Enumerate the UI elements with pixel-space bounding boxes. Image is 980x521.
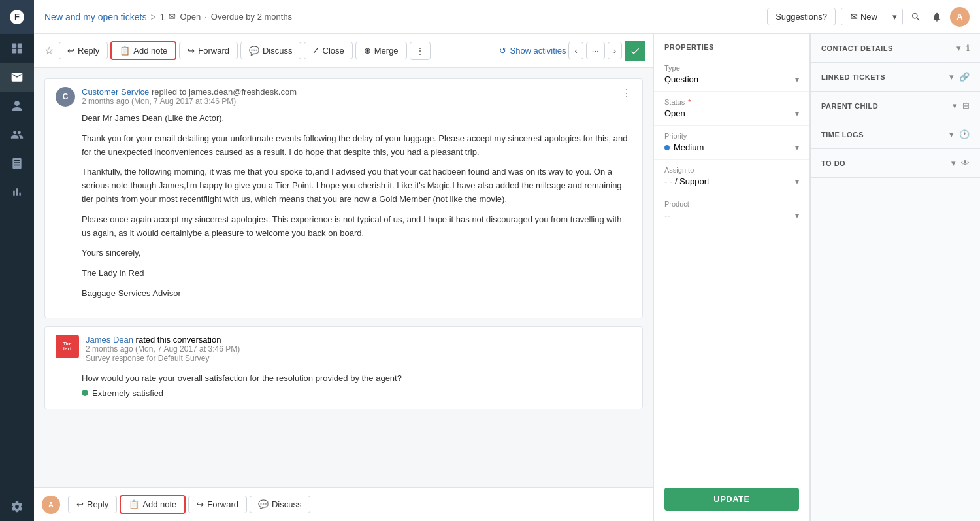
survey-card: Tiretext James Dean rated this conversat…	[44, 326, 643, 409]
status-property: Status * Open ▾	[654, 92, 809, 126]
parent-child-icons: ▾ ⊞	[953, 101, 970, 110]
linked-tickets-section: LINKED TICKETS ▾ 🔗	[811, 63, 980, 92]
link-icon[interactable]: 🔗	[959, 72, 970, 82]
time-chevron-icon: ▾	[949, 129, 954, 139]
breadcrumb-link[interactable]: New and my open tickets	[44, 12, 146, 22]
prev-ticket-button[interactable]: ‹	[568, 42, 583, 59]
time-logs-icons: ▾ 🕐	[949, 129, 970, 139]
ticket-action-icon[interactable]	[625, 41, 645, 61]
show-activities-button[interactable]: ↺ Show activities	[499, 46, 566, 56]
bottom-reply-label: Reply	[87, 499, 108, 509]
contact-details-icons: ▾ ℹ	[956, 43, 970, 53]
bottom-discuss-icon: 💬	[258, 499, 269, 509]
todo-title: TO DO	[821, 160, 845, 167]
assign-property: Assign to - - / Support ▾	[654, 160, 809, 193]
bottom-avatar: A	[42, 496, 60, 514]
overdue-text: Overdue by 2 months	[211, 12, 292, 22]
bottom-reply-button[interactable]: ↩ Reply	[68, 496, 117, 513]
status-dropdown[interactable]: Open ▾	[664, 109, 799, 118]
bottom-add-note-button[interactable]: 📋 Add note	[120, 495, 186, 514]
bottom-discuss-button[interactable]: 💬 Discuss	[250, 496, 310, 513]
body-sign1: Yours sincerely,	[82, 246, 632, 260]
assign-chevron-icon: ▾	[795, 177, 799, 186]
breadcrumb-separator: >	[150, 12, 155, 22]
sender-email: james.dean@freshdesk.com	[189, 87, 297, 97]
content-area: ☆ ↩ Reply 📋 Add note ↪ Forward 💬 Discuss	[34, 34, 980, 521]
star-button[interactable]: ☆	[42, 42, 56, 59]
todo-icons: ▾ 👁	[951, 158, 970, 168]
svg-rect-2	[12, 44, 17, 48]
update-button[interactable]: UPDATE	[664, 488, 799, 511]
time-logs-header[interactable]: TIME LOGS ▾ 🕐	[811, 120, 980, 148]
sidebar-item-dashboard[interactable]	[0, 34, 34, 63]
search-button[interactable]	[908, 9, 924, 25]
show-activities-label: Show activities	[510, 46, 566, 56]
merge-button[interactable]: ⊕ Merge	[355, 42, 407, 59]
priority-dot	[664, 145, 670, 150]
product-dropdown[interactable]: -- ▾	[664, 210, 799, 220]
more-nav-button[interactable]: ···	[586, 42, 605, 59]
add-note-button[interactable]: 📋 Add note	[110, 41, 176, 60]
sidebar-item-knowledge[interactable]	[0, 149, 34, 178]
contact-info-icon[interactable]: ℹ	[966, 43, 970, 53]
notifications-button[interactable]	[929, 9, 945, 25]
reply-button[interactable]: ↩ Reply	[59, 42, 108, 59]
contact-details-title: CONTACT DETAILS	[821, 44, 893, 52]
time-logs-title: TIME LOGS	[821, 131, 864, 139]
properties-title: PROPERTIES	[654, 34, 809, 58]
contact-details-header[interactable]: CONTACT DETAILS ▾ ℹ	[811, 34, 980, 62]
survey-answer: Extremely satisfied	[82, 388, 632, 398]
sidebar-item-reports[interactable]	[0, 178, 34, 207]
hierarchy-icon[interactable]: ⊞	[962, 101, 970, 110]
parent-child-section: PARENT CHILD ▾ ⊞	[811, 92, 980, 120]
ticket-main: ☆ ↩ Reply 📋 Add note ↪ Forward 💬 Discuss	[34, 34, 653, 521]
discuss-button[interactable]: 💬 Discuss	[240, 42, 301, 59]
assign-dropdown[interactable]: - - / Support ▾	[664, 176, 799, 186]
clock-icon[interactable]: 🕐	[959, 129, 970, 139]
forward-button[interactable]: ↪ Forward	[179, 42, 238, 59]
survey-action-text: rated this conversation	[136, 335, 221, 345]
message-menu-button[interactable]: ⋮	[621, 87, 632, 99]
new-dropdown-button[interactable]: ▾	[887, 8, 902, 25]
bottom-forward-button[interactable]: ↪ Forward	[188, 496, 247, 513]
right-panel: CONTACT DETAILS ▾ ℹ LINKED TICKETS ▾ 🔗	[810, 34, 980, 521]
forward-label: Forward	[198, 46, 229, 56]
todo-list-icon[interactable]: 👁	[961, 158, 970, 168]
bottom-forward-icon: ↪	[197, 499, 204, 509]
sidebar: F	[0, 0, 34, 521]
close-icon: ✓	[312, 46, 319, 56]
linked-tickets-header[interactable]: LINKED TICKETS ▾ 🔗	[811, 63, 980, 91]
type-dropdown[interactable]: Question ▾	[664, 75, 799, 84]
todo-header[interactable]: TO DO ▾ 👁	[811, 149, 980, 177]
suggestions-button[interactable]: Suggestions?	[767, 8, 836, 25]
type-value: Question	[664, 75, 698, 84]
sidebar-item-settings[interactable]	[0, 492, 34, 521]
sidebar-item-groups[interactable]	[0, 120, 34, 149]
sidebar-item-inbox[interactable]	[0, 63, 34, 92]
note-icon: 📋	[120, 46, 130, 56]
survey-time: 2 months ago (Mon, 7 Aug 2017 at 3:46 PM…	[86, 345, 632, 354]
discuss-icon: 💬	[249, 46, 259, 56]
priority-dropdown[interactable]: Medium ▾	[664, 143, 799, 152]
parent-child-header[interactable]: PARENT CHILD ▾ ⊞	[811, 92, 980, 120]
close-button[interactable]: ✓ Close	[304, 42, 353, 59]
new-button[interactable]: ✉ New	[841, 8, 887, 25]
status-label: Status *	[664, 98, 799, 106]
product-label: Product	[664, 200, 799, 208]
contact-details-section: CONTACT DETAILS ▾ ℹ	[811, 34, 980, 63]
more-button[interactable]: ⋮	[410, 42, 431, 60]
parent-chevron-icon: ▾	[953, 101, 957, 110]
app-logo[interactable]: F	[0, 0, 34, 34]
survey-sender-name[interactable]: James Dean	[86, 335, 133, 345]
messages-area: C Customer Service replied to james.dean…	[34, 68, 653, 487]
new-button-group: ✉ New ▾	[841, 8, 903, 25]
message-time: 2 months ago (Mon, 7 Aug 2017 at 3:46 PM…	[82, 97, 615, 106]
next-ticket-button[interactable]: ›	[608, 42, 622, 59]
priority-label: Priority	[664, 132, 799, 140]
status-text: Open	[180, 12, 201, 22]
avatar[interactable]: A	[950, 7, 970, 27]
status-chevron-icon: ▾	[795, 109, 799, 118]
top-header: New and my open tickets > 1 ✉ Open · Ove…	[34, 0, 980, 34]
sender-name-link[interactable]: Customer Service	[82, 87, 149, 97]
sidebar-item-contacts[interactable]	[0, 92, 34, 120]
